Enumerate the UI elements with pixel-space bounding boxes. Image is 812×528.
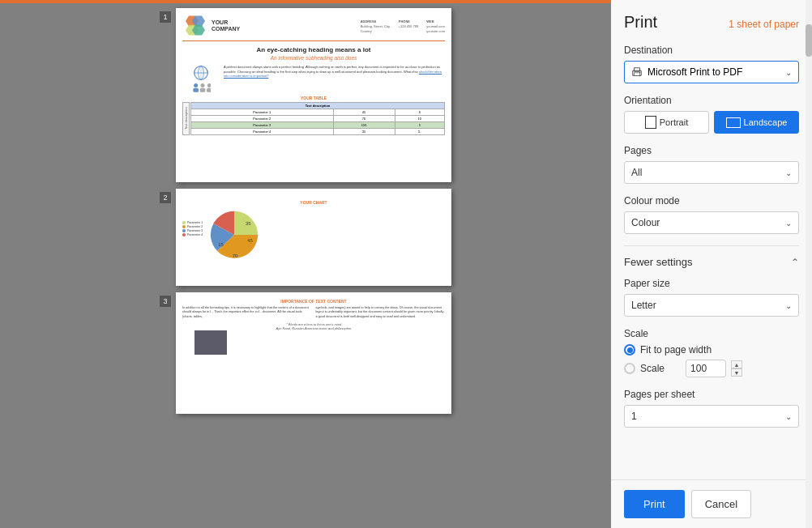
page-body: A perfect document always starts with a … — [182, 65, 445, 92]
panel-footer: Print Cancel — [611, 479, 812, 528]
fewer-settings-label: Fewer settings — [624, 256, 693, 268]
portrait-label: Portrait — [660, 117, 688, 127]
svg-text:45: 45 — [248, 238, 253, 243]
svg-point-21 — [639, 72, 640, 73]
page-3-badge: 3 — [160, 296, 171, 307]
landscape-label: Landscape — [744, 117, 788, 127]
svg-point-10 — [201, 83, 205, 87]
globe-icon — [193, 65, 209, 81]
svg-text:35: 35 — [246, 221, 250, 226]
page-3-item: 3 IMPORTANCE OF TEXT CONTENT In addition… — [160, 292, 451, 414]
scale-radio[interactable] — [624, 363, 635, 374]
page-header: YOURCOMPANY ADDRESS Building, Street, Ci… — [182, 15, 445, 41]
scale-down-button[interactable]: ▼ — [731, 368, 742, 377]
table-row: Parameter 27010 — [191, 116, 445, 122]
print-panel: Print 1 sheet of paper Destination Micro… — [611, 0, 812, 528]
fewer-settings-chevron-icon: ⌃ — [791, 257, 799, 268]
table-row-header: Text description — [182, 102, 190, 135]
importance-body: In addition to all the formatting tips, … — [182, 306, 445, 319]
table-title: YOUR TABLE — [182, 96, 445, 100]
colour-mode-value: Colour — [631, 217, 660, 228]
panel-title: Print — [624, 13, 657, 32]
svg-point-8 — [194, 83, 198, 87]
scroll-track[interactable] — [806, 0, 812, 528]
cancel-button[interactable]: Cancel — [691, 490, 751, 518]
scale-input[interactable] — [686, 360, 726, 377]
pages-chevron-icon: ⌄ — [785, 168, 792, 177]
people-icon — [190, 83, 211, 92]
pages-per-sheet-value: 1 — [631, 411, 637, 422]
page-2-item: 2 YOUR CHART Parameter 1 Parameter 2 Par… — [160, 189, 451, 286]
paper-size-chevron-icon: ⌄ — [785, 301, 792, 310]
table-row: Parameter 1456 — [191, 109, 445, 116]
landscape-button[interactable]: Landscape — [714, 111, 799, 134]
doc-subheading: An informative subheading also does — [182, 55, 445, 61]
svg-text:70: 70 — [233, 253, 238, 258]
printer-icon — [631, 66, 643, 78]
colour-mode-dropdown[interactable]: Colour ⌄ — [624, 211, 799, 234]
destination-value: Microsoft Print to PDF — [647, 66, 742, 78]
page-body-text: A perfect document always starts with a … — [224, 65, 445, 92]
panel-header: Print 1 sheet of paper — [624, 13, 799, 32]
print-button[interactable]: Print — [624, 490, 685, 518]
page-1-item: 1 YOURCOMPANY — [160, 8, 451, 182]
importance-title: IMPORTANCE OF TEXT CONTENT — [182, 299, 445, 304]
destination-label: Destination — [624, 45, 799, 56]
destination-chevron-icon: ⌄ — [785, 68, 792, 77]
chart-title: YOUR CHART — [182, 200, 445, 205]
colour-chevron-icon: ⌄ — [785, 219, 792, 228]
importance-right: symbols, and images) are aimed to help t… — [316, 306, 446, 319]
logo-area: YOURCOMPANY — [182, 15, 240, 37]
quote-text: " Words are a lens to focus one's mind A… — [182, 322, 445, 330]
preview-area: 1 YOURCOMPANY — [0, 0, 611, 528]
scale-spinner: ▲ ▼ — [731, 360, 742, 377]
scale-input-row: ▲ ▼ — [686, 360, 742, 377]
svg-rect-9 — [193, 88, 199, 92]
doc-heading: An eye-catching heading means a lot — [182, 46, 445, 53]
divider — [624, 245, 799, 246]
pages-dropdown[interactable]: All ⌄ — [624, 161, 799, 184]
panel-scrollable[interactable]: Print 1 sheet of paper Destination Micro… — [611, 0, 812, 479]
chart-area: Parameter 1 Parameter 2 Parameter 3 Para… — [182, 207, 445, 251]
page-wrapper: 1 YOURCOMPANY — [160, 8, 451, 414]
page-1-badge: 1 — [160, 11, 171, 23]
table-row: Parameter 4355- — [191, 129, 445, 135]
fit-to-page-radio[interactable] — [624, 344, 635, 356]
svg-point-12 — [207, 83, 211, 87]
scale-radio-label: Scale — [640, 363, 665, 374]
fit-to-page-label: Fit to page width — [640, 344, 712, 356]
importance-left: In addition to all the formatting tips, … — [182, 306, 312, 319]
chart-legend: Parameter 1 Parameter 2 Parameter 3 Para… — [182, 221, 203, 237]
company-name: YOURCOMPANY — [212, 19, 240, 33]
logo-icon — [182, 15, 208, 37]
page-2-badge: 2 — [160, 192, 171, 203]
pages-per-sheet-dropdown[interactable]: 1 ⌄ — [624, 405, 799, 428]
pages-label: Pages — [624, 145, 799, 156]
scroll-thumb[interactable] — [806, 24, 812, 57]
paper-size-dropdown[interactable]: Letter ⌄ — [624, 294, 799, 317]
destination-dropdown-inner: Microsoft Print to PDF — [631, 66, 742, 78]
scale-up-button[interactable]: ▲ — [731, 360, 742, 368]
pie-chart: 35 45 15 70 — [206, 207, 250, 251]
header-info: ADDRESS Building, Street, City, Country … — [361, 19, 445, 33]
scale-section: Scale Fit to page width Scale ▲ ▼ — [624, 328, 799, 377]
scale-radio-row[interactable]: Scale ▲ ▼ — [624, 360, 799, 377]
portrait-button[interactable]: Portrait — [624, 111, 709, 134]
table-row: Parameter 31565 — [191, 122, 445, 129]
svg-text:15: 15 — [218, 242, 223, 247]
table: Text description Parameter 1456 Paramete… — [190, 102, 445, 135]
svg-rect-20 — [635, 73, 640, 76]
fit-to-page-row[interactable]: Fit to page width — [624, 344, 799, 356]
page-2-thumb: YOUR CHART Parameter 1 Parameter 2 Param… — [176, 189, 451, 286]
svg-rect-11 — [200, 88, 206, 92]
fewer-settings-row[interactable]: Fewer settings ⌃ — [624, 256, 799, 268]
page-1-thumb: YOURCOMPANY ADDRESS Building, Street, Ci… — [176, 8, 451, 182]
colour-mode-label: Colour mode — [624, 195, 799, 207]
pages-per-sheet-label: Pages per sheet — [624, 389, 799, 400]
landscape-icon — [726, 117, 741, 128]
sheets-info: 1 sheet of paper — [729, 19, 799, 30]
destination-dropdown[interactable]: Microsoft Print to PDF ⌄ — [624, 61, 799, 83]
page-body-left — [182, 65, 219, 92]
dark-overlay — [194, 330, 227, 355]
orientation-label: Orientation — [624, 95, 799, 106]
